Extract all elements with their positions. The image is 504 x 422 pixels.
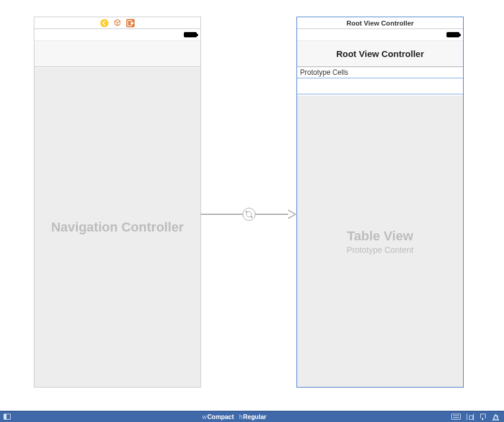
height-prefix: h	[239, 413, 243, 420]
controller-content-area[interactable]: Navigation Controller	[34, 68, 200, 387]
align-icon[interactable]	[467, 414, 474, 420]
scene-header[interactable]	[34, 17, 200, 29]
width-value: Compact	[207, 413, 234, 420]
navigation-controller-scene[interactable]: Navigation Controller	[34, 17, 201, 388]
table-view[interactable]: Table View Prototype Content	[297, 96, 463, 387]
size-class-control[interactable]: wCompact hRegular	[18, 413, 451, 420]
back-icon[interactable]	[100, 19, 109, 27]
cube-icon[interactable]	[113, 18, 122, 28]
size-class-bar[interactable]: wCompact hRegular	[0, 411, 504, 422]
scene-title: Root View Controller	[346, 20, 414, 27]
stack-icon[interactable]	[451, 414, 461, 420]
battery-icon	[446, 32, 460, 37]
table-placeholder-title: Table View	[347, 229, 413, 244]
navigation-bar[interactable]: Root View Controller	[297, 41, 463, 67]
navigation-bar[interactable]	[34, 41, 200, 67]
segue-arrowhead-icon	[288, 210, 296, 219]
root-view-controller-scene[interactable]: Root View Controller Root View Controlle…	[296, 17, 464, 388]
exit-icon[interactable]	[126, 19, 135, 27]
table-view-cell[interactable]	[297, 78, 463, 94]
resolve-issues-icon[interactable]	[492, 414, 499, 420]
table-placeholder-subtitle: Prototype Content	[347, 245, 414, 255]
pin-icon[interactable]	[480, 414, 486, 420]
document-outline-toggle-icon[interactable]	[4, 414, 11, 420]
battery-icon	[184, 32, 197, 37]
prototype-cells-label: Prototype Cells	[297, 67, 463, 78]
storyboard-canvas[interactable]: Navigation Controller Root View Controll…	[0, 0, 504, 411]
root-view-controller-segue[interactable]	[201, 214, 296, 215]
height-value: Regular	[243, 413, 266, 420]
placeholder-label: Navigation Controller	[51, 220, 184, 235]
status-bar	[34, 29, 200, 41]
scene-header[interactable]: Root View Controller	[297, 17, 463, 29]
status-bar	[297, 29, 463, 41]
width-prefix: w	[202, 413, 207, 420]
relationship-segue-icon[interactable]	[243, 208, 256, 221]
navigation-title: Root View Controller	[336, 49, 424, 59]
